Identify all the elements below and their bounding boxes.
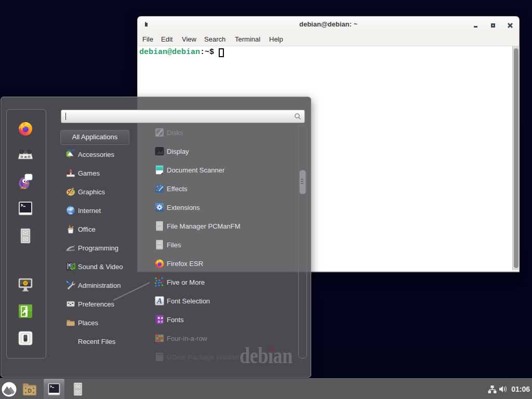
svg-text:A: A (156, 297, 162, 305)
svg-text:a: a (161, 319, 163, 324)
svg-text:D: D (28, 388, 31, 394)
